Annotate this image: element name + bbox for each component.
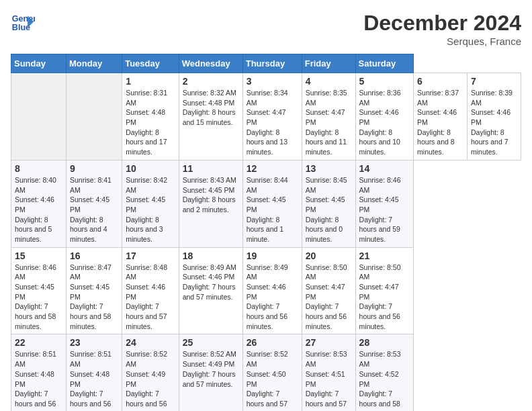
calendar-cell: 19Sunrise: 8:49 AMSunset: 4:46 PMDayligh… <box>242 247 302 334</box>
day-header-tuesday: Tuesday <box>122 54 179 73</box>
calendar-cell <box>11 73 66 161</box>
page-header: General Blue General Blue December 2024 … <box>11 11 521 47</box>
day-number: 14 <box>359 163 410 174</box>
day-info: Sunrise: 8:34 AMSunset: 4:47 PMDaylight:… <box>247 88 298 157</box>
day-info: Sunrise: 8:46 AMSunset: 4:45 PMDaylight:… <box>15 263 62 332</box>
day-number: 23 <box>70 337 118 348</box>
day-number: 22 <box>15 337 62 348</box>
calendar-cell: 21Sunrise: 8:50 AMSunset: 4:47 PMDayligh… <box>355 247 414 334</box>
day-number: 21 <box>359 250 410 261</box>
calendar-cell: 12Sunrise: 8:44 AMSunset: 4:45 PMDayligh… <box>242 160 302 247</box>
calendar-week-row: 8Sunrise: 8:40 AMSunset: 4:46 PMDaylight… <box>11 160 521 247</box>
day-header-sunday: Sunday <box>11 54 66 73</box>
day-info: Sunrise: 8:44 AMSunset: 4:45 PMDaylight:… <box>247 175 298 244</box>
day-number: 7 <box>471 76 517 87</box>
day-header-monday: Monday <box>66 54 122 73</box>
calendar-cell: 25Sunrise: 8:52 AMSunset: 4:49 PMDayligh… <box>179 334 242 411</box>
calendar-week-row: 15Sunrise: 8:46 AMSunset: 4:45 PMDayligh… <box>11 247 521 334</box>
day-info: Sunrise: 8:46 AMSunset: 4:45 PMDaylight:… <box>359 175 410 244</box>
calendar-table: SundayMondayTuesdayWednesdayThursdayFrid… <box>11 54 521 411</box>
day-header-thursday: Thursday <box>242 54 302 73</box>
calendar-cell: 11Sunrise: 8:43 AMSunset: 4:45 PMDayligh… <box>179 160 242 247</box>
day-info: Sunrise: 8:51 AMSunset: 4:48 PMDaylight:… <box>70 349 118 411</box>
svg-text:Blue: Blue <box>12 23 30 32</box>
calendar-week-row: 22Sunrise: 8:51 AMSunset: 4:48 PMDayligh… <box>11 334 521 411</box>
calendar-cell: 4Sunrise: 8:35 AMSunset: 4:47 PMDaylight… <box>302 73 355 161</box>
calendar-cell: 16Sunrise: 8:47 AMSunset: 4:45 PMDayligh… <box>66 247 122 334</box>
day-number: 9 <box>70 163 118 174</box>
calendar-week-row: 1Sunrise: 8:31 AMSunset: 4:48 PMDaylight… <box>11 73 521 161</box>
title-block: December 2024 Serques, France <box>363 11 521 47</box>
calendar-cell: 15Sunrise: 8:46 AMSunset: 4:45 PMDayligh… <box>11 247 66 334</box>
logo-icon: General Blue <box>11 11 35 35</box>
day-number: 28 <box>359 337 410 348</box>
day-info: Sunrise: 8:49 AMSunset: 4:46 PMDaylight:… <box>247 263 298 332</box>
calendar-cell: 17Sunrise: 8:48 AMSunset: 4:46 PMDayligh… <box>122 247 179 334</box>
day-number: 5 <box>359 76 410 87</box>
day-number: 2 <box>183 76 239 87</box>
day-info: Sunrise: 8:48 AMSunset: 4:46 PMDaylight:… <box>126 263 175 332</box>
day-info: Sunrise: 8:50 AMSunset: 4:47 PMDaylight:… <box>306 263 352 332</box>
day-number: 4 <box>306 76 352 87</box>
day-info: Sunrise: 8:41 AMSunset: 4:45 PMDaylight:… <box>70 175 118 244</box>
day-number: 6 <box>417 76 463 87</box>
day-number: 15 <box>15 250 62 261</box>
day-header-wednesday: Wednesday <box>179 54 242 73</box>
day-number: 13 <box>306 163 352 174</box>
day-number: 3 <box>247 76 298 87</box>
day-number: 25 <box>183 337 239 348</box>
day-info: Sunrise: 8:40 AMSunset: 4:46 PMDaylight:… <box>15 175 62 244</box>
calendar-cell: 2Sunrise: 8:32 AMSunset: 4:48 PMDaylight… <box>179 73 242 161</box>
day-info: Sunrise: 8:50 AMSunset: 4:47 PMDaylight:… <box>359 263 410 332</box>
calendar-cell: 20Sunrise: 8:50 AMSunset: 4:47 PMDayligh… <box>302 247 355 334</box>
calendar-cell: 9Sunrise: 8:41 AMSunset: 4:45 PMDaylight… <box>66 160 122 247</box>
location: Serques, France <box>363 36 521 47</box>
day-number: 8 <box>15 163 62 174</box>
day-info: Sunrise: 8:49 AMSunset: 4:46 PMDaylight:… <box>183 263 239 302</box>
calendar-cell: 24Sunrise: 8:52 AMSunset: 4:49 PMDayligh… <box>122 334 179 411</box>
calendar-cell: 8Sunrise: 8:40 AMSunset: 4:46 PMDaylight… <box>11 160 66 247</box>
day-number: 20 <box>306 250 352 261</box>
day-number: 19 <box>247 250 298 261</box>
day-info: Sunrise: 8:31 AMSunset: 4:48 PMDaylight:… <box>126 88 175 157</box>
calendar-cell: 22Sunrise: 8:51 AMSunset: 4:48 PMDayligh… <box>11 334 66 411</box>
day-info: Sunrise: 8:51 AMSunset: 4:48 PMDaylight:… <box>15 349 62 411</box>
day-info: Sunrise: 8:53 AMSunset: 4:52 PMDaylight:… <box>359 349 410 411</box>
day-info: Sunrise: 8:52 AMSunset: 4:49 PMDaylight:… <box>183 349 239 389</box>
calendar-cell <box>66 73 122 161</box>
logo: General Blue General Blue <box>11 11 35 35</box>
day-number: 12 <box>247 163 298 174</box>
day-number: 1 <box>126 76 175 87</box>
day-number: 27 <box>306 337 352 348</box>
day-info: Sunrise: 8:52 AMSunset: 4:49 PMDaylight:… <box>126 349 175 411</box>
day-info: Sunrise: 8:39 AMSunset: 4:46 PMDaylight:… <box>471 88 517 157</box>
calendar-cell: 7Sunrise: 8:39 AMSunset: 4:46 PMDaylight… <box>468 73 521 161</box>
calendar-header-row: SundayMondayTuesdayWednesdayThursdayFrid… <box>11 54 521 73</box>
day-info: Sunrise: 8:53 AMSunset: 4:51 PMDaylight:… <box>306 349 352 411</box>
calendar-cell: 5Sunrise: 8:36 AMSunset: 4:46 PMDaylight… <box>355 73 414 161</box>
day-number: 24 <box>126 337 175 348</box>
calendar-cell: 28Sunrise: 8:53 AMSunset: 4:52 PMDayligh… <box>355 334 414 411</box>
day-number: 11 <box>183 163 239 174</box>
day-info: Sunrise: 8:35 AMSunset: 4:47 PMDaylight:… <box>306 88 352 157</box>
calendar-cell: 10Sunrise: 8:42 AMSunset: 4:45 PMDayligh… <box>122 160 179 247</box>
day-number: 26 <box>247 337 298 348</box>
calendar-cell: 1Sunrise: 8:31 AMSunset: 4:48 PMDaylight… <box>122 73 179 161</box>
day-number: 18 <box>183 250 239 261</box>
calendar-cell: 14Sunrise: 8:46 AMSunset: 4:45 PMDayligh… <box>355 160 414 247</box>
calendar-cell: 6Sunrise: 8:37 AMSunset: 4:46 PMDaylight… <box>414 73 468 161</box>
day-header-saturday: Saturday <box>355 54 414 73</box>
calendar-cell: 26Sunrise: 8:52 AMSunset: 4:50 PMDayligh… <box>242 334 302 411</box>
day-number: 16 <box>70 250 118 261</box>
month-title: December 2024 <box>363 11 521 36</box>
day-info: Sunrise: 8:45 AMSunset: 4:45 PMDaylight:… <box>306 175 352 244</box>
day-info: Sunrise: 8:43 AMSunset: 4:45 PMDaylight:… <box>183 175 239 215</box>
calendar-cell: 18Sunrise: 8:49 AMSunset: 4:46 PMDayligh… <box>179 247 242 334</box>
day-number: 10 <box>126 163 175 174</box>
day-header-friday: Friday <box>302 54 355 73</box>
day-info: Sunrise: 8:32 AMSunset: 4:48 PMDaylight:… <box>183 88 239 128</box>
calendar-cell: 3Sunrise: 8:34 AMSunset: 4:47 PMDaylight… <box>242 73 302 161</box>
calendar-cell: 13Sunrise: 8:45 AMSunset: 4:45 PMDayligh… <box>302 160 355 247</box>
calendar-cell: 23Sunrise: 8:51 AMSunset: 4:48 PMDayligh… <box>66 334 122 411</box>
day-info: Sunrise: 8:42 AMSunset: 4:45 PMDaylight:… <box>126 175 175 244</box>
